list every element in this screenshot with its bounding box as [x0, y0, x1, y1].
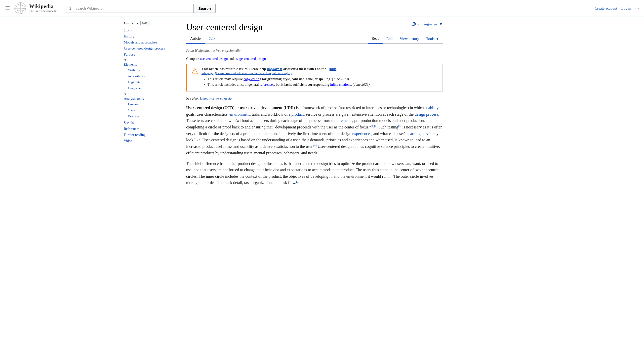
- hamburger-menu-button[interactable]: ☰: [5, 5, 10, 12]
- toc-link-persona[interactable]: Persona: [128, 102, 173, 107]
- compare-prefix: Compare: [186, 57, 200, 61]
- toc-link-further-reading[interactable]: Further reading: [124, 132, 173, 138]
- ref-4[interactable]: [4]: [313, 144, 317, 147]
- ref-2b[interactable]: [2]: [296, 180, 299, 183]
- language-selector-button[interactable]: 20 languages ▼: [412, 22, 443, 26]
- wikipedia-globe-icon: [14, 2, 27, 15]
- toc-link-models[interactable]: Models and approaches: [124, 40, 173, 45]
- toc-item-accessibility: Accessibility: [128, 73, 173, 79]
- search-area: Search: [65, 4, 216, 13]
- toc-link-use-case[interactable]: Use case: [128, 114, 173, 119]
- see-also-hatnote: See also: Human-centered design: [186, 97, 443, 101]
- toc-link-scenario[interactable]: Scenario: [128, 108, 173, 113]
- from-line: From Wikipedia, the free encyclopedia: [186, 49, 443, 53]
- toc-link-ucd-process[interactable]: User-centered design process: [124, 46, 173, 51]
- sidebar: Contents hide (Top) History Models and a…: [121, 17, 176, 200]
- svg-line-6: [70, 9, 71, 10]
- toc-item-further-reading: Further reading: [124, 132, 173, 138]
- toc-toggle-analysis[interactable]: ▼: [124, 93, 127, 96]
- toc-link-legibility[interactable]: Legibility: [128, 80, 173, 85]
- search-icon: [65, 4, 74, 13]
- improve-it-link[interactable]: improve it: [267, 67, 283, 71]
- references-link[interactable]: references: [260, 83, 274, 86]
- toc-link-video[interactable]: Video: [124, 139, 173, 144]
- toc-toggle-elements[interactable]: ▼: [124, 58, 127, 62]
- toc-sub-elements: Visibility Accessibility Legibility Lang…: [124, 67, 173, 91]
- talk-page-link[interactable]: talk page: [202, 71, 213, 75]
- toc-link-accessibility[interactable]: Accessibility: [128, 74, 173, 79]
- warning-exclamation-icon: ⚠: [191, 67, 198, 75]
- log-in-link[interactable]: Log in: [621, 6, 631, 11]
- wikipedia-logo-link[interactable]: Wikipedia The Free Encyclopedia: [14, 2, 57, 15]
- toc-link-top[interactable]: (Top): [124, 28, 173, 33]
- article-content: User-centered design 20 languages ▼ Arti…: [176, 17, 453, 200]
- toc-item-references: References: [124, 126, 173, 132]
- usage-centered-design-link[interactable]: usage-centered design: [235, 57, 266, 61]
- toc-item-persona: Persona: [128, 101, 173, 107]
- toc-item-legibility: Legibility: [128, 79, 173, 85]
- learning-curve-link[interactable]: learning curve: [407, 131, 430, 136]
- warning-item-inline-citations: This article includes a list of general …: [208, 83, 438, 87]
- design-process-link[interactable]: design process: [415, 112, 438, 116]
- warning-box: ⚠ This article has multiple issues. Plea…: [186, 64, 443, 92]
- search-input[interactable]: [74, 4, 193, 13]
- article-header: User-centered design 20 languages ▼: [186, 22, 443, 34]
- tab-read[interactable]: Read: [368, 34, 383, 44]
- warning-header: ⚠ This article has multiple issues. Plea…: [191, 67, 438, 88]
- ref-3[interactable]: [3]: [398, 124, 401, 127]
- toc-link-language[interactable]: Language: [128, 86, 173, 91]
- create-account-link[interactable]: Create account: [595, 6, 617, 11]
- more-options-button[interactable]: ···: [635, 6, 639, 11]
- learn-how-link[interactable]: (Learn how and when to remove these temp…: [215, 71, 292, 75]
- toc-link-history[interactable]: History: [124, 34, 173, 39]
- toc-link-elements[interactable]: Elements: [124, 62, 173, 67]
- toc-item-analysis-tools: ▼ Analysis tools Persona Scenario Use ca…: [124, 92, 173, 120]
- wikipedia-title: Wikipedia: [29, 4, 54, 9]
- compare-line: Compare use-centered design and usage-ce…: [186, 57, 443, 61]
- toc-item-video: Video: [124, 138, 173, 144]
- usability-link[interactable]: usability: [425, 106, 439, 110]
- toc-title: Contents hide: [124, 21, 173, 25]
- requirements-link[interactable]: requirements: [331, 118, 352, 123]
- copy-editing-link[interactable]: copy editing: [244, 77, 261, 81]
- toc-link-analysis-tools[interactable]: Analysis tools: [124, 96, 173, 101]
- top-navigation: ☰ Wikipedia The Free Encyclopedia: [0, 0, 644, 17]
- use-centered-design-link[interactable]: use-centered design: [200, 57, 228, 61]
- ref-2[interactable]: [2]: [374, 124, 377, 127]
- toc-link-see-also[interactable]: See also: [124, 120, 173, 125]
- toc-item-use-case: Use case: [128, 113, 173, 119]
- experiences-link[interactable]: experiences: [352, 131, 371, 136]
- tools-dropdown-button[interactable]: Tools ▼: [423, 34, 443, 43]
- warning-hide-link[interactable]: hide: [330, 67, 337, 71]
- toc-link-references[interactable]: References: [124, 126, 173, 131]
- article-paragraph-2: The chief difference from other product …: [186, 160, 443, 186]
- toc-link-visibility[interactable]: Visibility: [128, 68, 173, 73]
- ref-1[interactable]: [1]: [371, 124, 374, 127]
- tab-talk[interactable]: Talk: [205, 34, 219, 44]
- environment-link[interactable]: environment: [229, 112, 250, 116]
- human-centered-design-link[interactable]: Human-centered design: [200, 97, 233, 100]
- toc-item-purpose: Purpose: [124, 52, 173, 58]
- toc-item-history: History: [124, 33, 173, 39]
- toc-item-scenario: Scenario: [128, 107, 173, 113]
- toc-item-models: Models and approaches: [124, 39, 173, 46]
- toc-item-visibility: Visibility: [128, 67, 173, 73]
- tab-article[interactable]: Article: [186, 34, 205, 44]
- warning-content: This article has multiple issues. Please…: [202, 67, 438, 88]
- toc-item-language: Language: [128, 85, 173, 91]
- toc-link-purpose[interactable]: Purpose: [124, 52, 173, 57]
- tabs-right: Read Edit View history Tools ▼: [368, 34, 443, 43]
- search-button[interactable]: Search: [194, 4, 216, 13]
- toc-item-top: (Top): [124, 27, 173, 33]
- tabs-left: Article Talk: [186, 34, 219, 43]
- tab-edit[interactable]: Edit: [383, 34, 396, 43]
- toc-hide-button[interactable]: hide: [140, 21, 150, 25]
- right-navigation: Create account Log in ···: [595, 6, 639, 11]
- product-link[interactable]: product: [292, 112, 304, 116]
- toc-item-see-also: See also: [124, 120, 173, 126]
- inline-citations-link[interactable]: inline citations: [330, 83, 351, 86]
- tools-chevron-icon: ▼: [435, 37, 439, 41]
- toc-list: (Top) History Models and approaches User…: [124, 27, 173, 144]
- wikipedia-subtitle: The Free Encyclopedia: [29, 9, 57, 13]
- tab-view-history[interactable]: View history: [396, 34, 423, 43]
